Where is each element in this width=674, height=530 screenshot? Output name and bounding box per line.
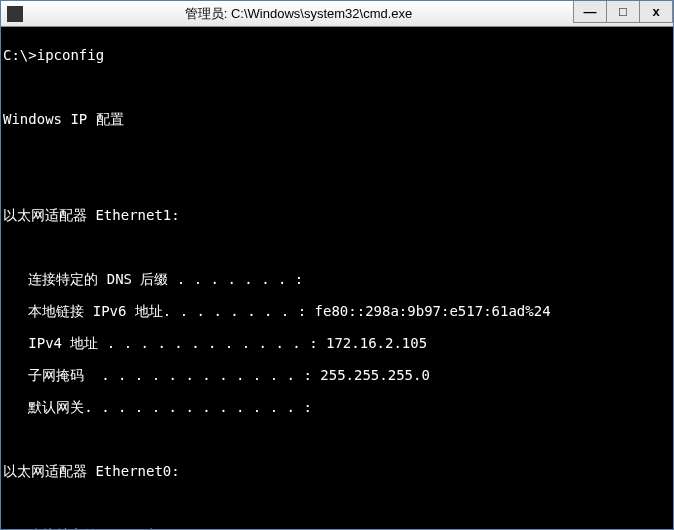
blank-line [3, 175, 671, 191]
ipconfig-header: Windows IP 配置 [3, 111, 671, 127]
adapter-title: 以太网适配器 Ethernet0: [3, 463, 671, 479]
cmd-icon [7, 6, 23, 22]
terminal-output[interactable]: C:\>ipconfig Windows IP 配置 以太网适配器 Ethern… [1, 27, 673, 529]
titlebar[interactable]: 管理员: C:\Windows\system32\cmd.exe — □ x [1, 1, 673, 27]
subnet-line: 子网掩码 . . . . . . . . . . . . : 255.255.2… [3, 367, 671, 383]
maximize-button[interactable]: □ [606, 1, 640, 23]
dns-suffix-line: 连接特定的 DNS 后缀 . . . . . . . : [3, 527, 671, 529]
close-button[interactable]: x [639, 1, 673, 23]
blank-line [3, 143, 671, 159]
blank-line [3, 239, 671, 255]
gateway-line: 默认网关. . . . . . . . . . . . . : [3, 399, 671, 415]
adapter-title: 以太网适配器 Ethernet1: [3, 207, 671, 223]
window-title: 管理员: C:\Windows\system32\cmd.exe [23, 5, 574, 23]
blank-line [3, 431, 671, 447]
cmd-window: 管理员: C:\Windows\system32\cmd.exe — □ x C… [0, 0, 674, 530]
ipv4-line: IPv4 地址 . . . . . . . . . . . . : 172.16… [3, 335, 671, 351]
dns-suffix-line: 连接特定的 DNS 后缀 . . . . . . . : [3, 271, 671, 287]
ipv6-line: 本地链接 IPv6 地址. . . . . . . . : fe80::298a… [3, 303, 671, 319]
blank-line [3, 79, 671, 95]
window-controls: — □ x [574, 1, 673, 26]
minimize-button[interactable]: — [573, 1, 607, 23]
blank-line [3, 495, 671, 511]
prompt-line: C:\>ipconfig [3, 47, 671, 63]
